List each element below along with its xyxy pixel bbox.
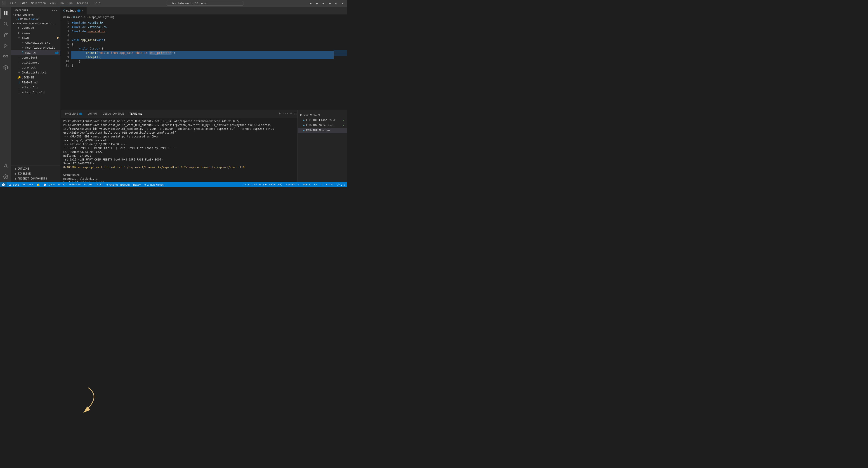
code-content[interactable]: #include <stdio.h> #include <stdbool.h> … xyxy=(71,20,334,110)
terminal-label: TERMINAL xyxy=(129,112,143,116)
terminal-content[interactable]: PS C:\Users\Admin\Downloads\test_hello_w… xyxy=(61,118,298,182)
split-editor[interactable]: ⊟ xyxy=(320,1,326,6)
tree-kconfig[interactable]: ≡ Kconfig.projbuild xyxy=(11,45,60,50)
svg-point-6 xyxy=(4,35,5,37)
folder-icon: ▷ xyxy=(17,26,21,30)
menu-terminal[interactable]: Terminal xyxy=(75,1,92,5)
status-build[interactable]: Build xyxy=(82,182,93,187)
sidebar-header-actions[interactable]: ··· xyxy=(52,8,58,12)
panel-esp-engine[interactable]: ▶ esp-engine xyxy=(298,112,347,118)
panel-tabs: PROBLEMS 2 OUTPUT DEBUG CONSOLE TERMINAL xyxy=(61,110,298,118)
tree-cproject[interactable]: · .cproject xyxy=(11,55,60,60)
tree-cmakelists-main[interactable]: ≡ CMakeLists.txt xyxy=(11,40,60,45)
activity-run-debug[interactable] xyxy=(0,40,11,51)
activity-search[interactable] xyxy=(0,19,11,29)
panel-esp-size[interactable]: ▶ ESP-IDF Size Task ✓ xyxy=(298,123,347,128)
tree-main-c[interactable]: C main.c 2 xyxy=(11,50,60,55)
code-editor[interactable]: 1 2 3 4 5 6 7 8 9 10 11 #include <stdio.… xyxy=(61,20,347,110)
status-eol[interactable]: LF xyxy=(312,182,319,187)
menu-edit[interactable]: Edit xyxy=(19,1,29,5)
panel-expand-icon[interactable]: ⌃ xyxy=(290,112,292,116)
panel-close-icon[interactable]: ✕ xyxy=(293,112,296,116)
tree-readme[interactable]: ℹ README.md xyxy=(11,80,60,85)
activity-source-control[interactable] xyxy=(0,29,11,40)
tree-gitignore[interactable]: · .gitignore xyxy=(11,60,60,65)
global-search-input[interactable] xyxy=(166,1,243,6)
tab-close-icon[interactable]: ✕ xyxy=(82,9,84,12)
menu-file[interactable]: File xyxy=(8,1,18,5)
panel-esp-flash[interactable]: ▶ ESP-IDF Flash Task ✓ xyxy=(298,118,347,123)
menu-run[interactable]: Run xyxy=(66,1,74,5)
bell-icon: 🔔 xyxy=(37,183,40,186)
tree-item-label: CMakeLists.txt xyxy=(22,71,46,74)
timeline-chevron: ▷ xyxy=(16,173,17,175)
status-run-ctest[interactable]: ⚙ A Run CTest xyxy=(143,182,165,187)
status-notifications[interactable]: Ⓡ 2 ⚠ xyxy=(335,182,347,187)
status-com6[interactable]: ⎇ COM6 xyxy=(7,182,21,187)
status-encoding[interactable]: UTF-8 xyxy=(301,182,312,187)
project-components-section[interactable]: ▷ PROJECT COMPONENTS xyxy=(11,176,60,181)
menu-help[interactable]: Help xyxy=(92,1,102,5)
project-section[interactable]: ▾ TEST_HELLO_WORD_USB_OUT... xyxy=(11,22,60,25)
term-blank xyxy=(63,169,295,173)
tree-main-folder[interactable]: ▾ main xyxy=(11,35,60,40)
status-all[interactable]: [all] xyxy=(94,182,105,187)
line-num-8: 8 xyxy=(61,51,69,55)
tab-output[interactable]: OUTPUT xyxy=(85,110,100,118)
status-language[interactable]: C xyxy=(319,182,324,187)
customize-layout[interactable]: ⊞ xyxy=(314,1,320,6)
tree-cmakelists-root[interactable]: ≡ CMakeLists.txt xyxy=(11,70,60,75)
tree-sdkconfig[interactable]: · sdkconfig xyxy=(11,85,60,90)
menu-view[interactable]: View xyxy=(48,1,58,5)
tab-main-c[interactable]: C main.c 2 ✕ xyxy=(61,7,87,15)
tab-terminal[interactable]: TERMINAL xyxy=(127,110,145,118)
outline-section[interactable]: ▷ OUTLINE xyxy=(11,166,60,171)
close-button[interactable]: ✕ xyxy=(340,1,345,6)
menu-go[interactable]: Go xyxy=(59,1,65,5)
kconfig-icon: ≡ xyxy=(21,46,24,49)
activity-esp-idf[interactable] xyxy=(0,62,11,73)
activity-explorer[interactable] xyxy=(0,8,11,19)
maximize-button[interactable]: ⊡ xyxy=(333,1,339,6)
code-line-7: while (true) { xyxy=(71,46,334,51)
line-num-10: 10 xyxy=(61,59,69,64)
add-terminal-icon[interactable]: + xyxy=(278,112,281,116)
activity-account[interactable] xyxy=(0,160,11,171)
status-cmake-debug[interactable]: ⚙ CMake: [Debug]: Ready xyxy=(105,182,143,187)
open-editors-chevron: ▾ xyxy=(13,13,14,16)
layout-toggle[interactable]: ⊡ xyxy=(308,1,313,6)
build-label: Build xyxy=(84,183,92,186)
more-actions-icon[interactable]: ··· xyxy=(282,112,289,116)
svg-rect-1 xyxy=(6,11,7,13)
open-editors-section[interactable]: ▾ OPEN EDITORS xyxy=(11,13,60,17)
file-icon: · xyxy=(17,61,21,64)
status-spaces[interactable]: Spaces: 4 xyxy=(284,182,301,187)
tree-vscode[interactable]: ▷ .vscode xyxy=(11,25,60,30)
tab-problems[interactable]: PROBLEMS 2 xyxy=(62,110,85,118)
status-esp32s3[interactable]: esp32s3 xyxy=(21,182,35,187)
esp-size-icon: ▶ xyxy=(303,124,305,127)
tab-debug-console[interactable]: DEBUG CONSOLE xyxy=(100,110,127,118)
status-cursor[interactable]: Ln 8, Col 44 (44 selected) xyxy=(242,182,284,187)
open-editor-main-c[interactable]: ✕ C main.c main 2 xyxy=(11,17,60,22)
status-bell[interactable]: 🔔 xyxy=(35,182,41,187)
close-editor-icon[interactable]: ✕ xyxy=(16,18,17,21)
status-remote[interactable] xyxy=(0,182,7,187)
tree-sdkconfig-old[interactable]: · sdkconfig.old xyxy=(11,90,60,95)
activity-extensions[interactable] xyxy=(0,51,11,62)
timeline-section[interactable]: ▷ TIMELINE xyxy=(11,171,60,176)
tree-license[interactable]: 🔑 LICENSE xyxy=(11,75,60,80)
tree-build[interactable]: ▷ build xyxy=(11,30,60,35)
minimize-button[interactable]: ⊖ xyxy=(327,1,333,6)
panel-esp-monitor[interactable]: ▶ ESP-IDF Monitor xyxy=(298,128,347,133)
status-errors[interactable]: 2 0 xyxy=(41,182,56,187)
breadcrumb-filename[interactable]: main.c xyxy=(76,16,86,19)
breadcrumb-main[interactable]: main xyxy=(63,16,70,19)
menu-selection[interactable]: Selection xyxy=(29,1,48,5)
status-kit[interactable]: No Kit Selected xyxy=(56,182,82,187)
tree-item-label: sdkconfig.old xyxy=(22,91,44,94)
breadcrumb-function[interactable]: app_main(void) xyxy=(92,16,114,19)
tree-project[interactable]: · .project xyxy=(11,65,60,70)
status-platform[interactable]: Win32 xyxy=(324,182,335,187)
activity-settings[interactable] xyxy=(0,171,11,182)
